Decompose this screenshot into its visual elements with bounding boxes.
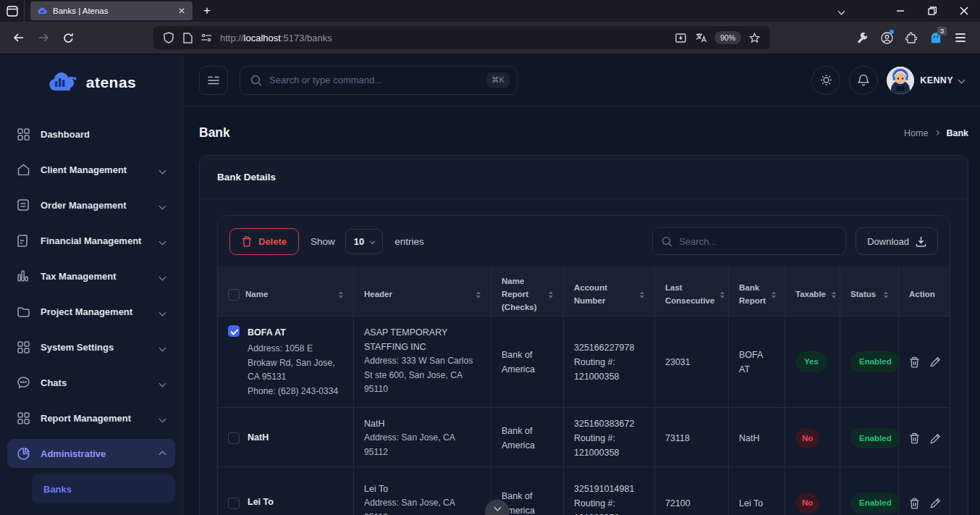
row-checkbox[interactable]	[228, 325, 240, 337]
table-search[interactable]	[652, 227, 846, 255]
chevron-down-icon	[160, 164, 165, 175]
pie-chart-icon	[17, 447, 31, 461]
chevron-down-icon	[160, 306, 165, 317]
sort-icon[interactable]	[832, 291, 836, 298]
column-header[interactable]: Header	[364, 288, 392, 301]
tab-list-chevron-icon[interactable]	[825, 0, 857, 22]
sidebar-item-tax-management[interactable]: Tax Management	[7, 261, 175, 290]
delete-row-icon[interactable]	[909, 432, 920, 444]
table-header-row: Name Header Name Report (Checks) Account…	[218, 267, 950, 316]
back-icon[interactable]	[7, 26, 30, 49]
page-size-select[interactable]: 10	[345, 229, 383, 254]
user-menu[interactable]: KENNY	[887, 67, 964, 94]
window-restore-button[interactable]	[916, 0, 948, 22]
column-header[interactable]: Last Consecutive	[665, 282, 714, 308]
row-checkbox[interactable]	[228, 432, 240, 444]
new-tab-button[interactable]: +	[197, 1, 217, 20]
permissions-icon[interactable]	[197, 33, 216, 42]
table-search-input[interactable]	[679, 236, 837, 247]
sidebar-item-chats[interactable]: Chats	[7, 368, 175, 397]
firefox-view-icon[interactable]	[0, 0, 25, 22]
download-button[interactable]: Download	[856, 227, 938, 255]
column-header[interactable]: Status	[850, 288, 876, 301]
edit-row-icon[interactable]	[930, 356, 941, 367]
url-text[interactable]: http://localhost:5173/banks	[220, 33, 671, 43]
select-all-checkbox[interactable]	[228, 289, 240, 301]
account-number: 325160383672	[574, 416, 634, 431]
menu-hamburger-icon[interactable]	[948, 26, 973, 49]
routing-number: 121000358	[574, 369, 634, 384]
page-info-icon[interactable]	[178, 33, 197, 43]
translate-icon[interactable]	[691, 33, 711, 43]
delete-button[interactable]: Delete	[229, 228, 299, 255]
name-report: Bank of America	[502, 348, 553, 377]
sidebar-item-system-settings[interactable]: System Settings	[7, 332, 175, 361]
edit-row-icon[interactable]	[930, 433, 941, 444]
chevron-down-icon	[370, 238, 375, 243]
sidebar-item-order-management[interactable]: Order Management	[7, 190, 175, 219]
header-address: Address: 333 W San Carlos St ste 600, Sa…	[364, 354, 481, 397]
routing-number: 121000358	[574, 445, 634, 460]
command-search-input[interactable]	[269, 75, 486, 85]
column-header[interactable]: Name Report (Checks)	[502, 275, 543, 314]
window-minimize-button[interactable]	[884, 0, 916, 22]
tab-close-icon[interactable]: ✕	[175, 4, 188, 17]
account-icon[interactable]	[874, 26, 899, 49]
breadcrumb-current: Bank	[946, 128, 968, 138]
sidebar-item-dashboard[interactable]: Dashboard	[7, 120, 175, 148]
column-header[interactable]: Bank Report	[739, 282, 766, 308]
save-to-device-icon[interactable]	[671, 33, 691, 43]
developer-wrench-icon[interactable]	[850, 26, 874, 49]
sort-icon[interactable]	[549, 291, 553, 298]
sidebar: atenas Dashboard Client Management Order…	[0, 54, 183, 515]
theme-toggle-sun-icon[interactable]	[811, 66, 840, 95]
delete-row-icon[interactable]	[909, 356, 920, 368]
sort-icon[interactable]	[640, 291, 644, 298]
url-bar[interactable]: http://localhost:5173/banks 90%	[153, 26, 770, 49]
sort-icon[interactable]	[772, 291, 776, 298]
browser-window: Banks | Atenas ✕ + http://localhost:5173…	[0, 0, 980, 515]
sidebar-item-administrative[interactable]: Administrative	[7, 439, 175, 468]
bar-chart-icon	[17, 269, 31, 283]
forward-icon[interactable]	[32, 26, 55, 49]
sidebar-collapse-icon[interactable]	[199, 66, 228, 95]
column-header[interactable]: Taxable	[795, 288, 826, 301]
tab-title: Banks | Atenas	[53, 7, 175, 15]
page-title: Bank	[199, 125, 230, 141]
sort-icon[interactable]	[476, 291, 481, 298]
extensions-puzzle-icon[interactable]	[899, 26, 924, 49]
command-search[interactable]: ⌘K	[240, 66, 518, 95]
notifications-bell-icon[interactable]	[849, 66, 878, 95]
sidebar-subitem-banks[interactable]: Banks	[32, 474, 175, 503]
sort-icon[interactable]	[720, 291, 725, 298]
sidebar-item-report-management[interactable]: Report Management	[7, 403, 175, 432]
sidebar-item-client-management[interactable]: Client Management	[7, 155, 175, 184]
account-number: 325166227978	[574, 340, 634, 355]
breadcrumb-home[interactable]: Home	[904, 128, 928, 138]
sidebar-item-project-management[interactable]: Project Management	[7, 297, 175, 326]
header-address: Address: San Jose, CA 95112	[364, 431, 481, 459]
bank-name: Lei To	[248, 495, 274, 509]
column-header[interactable]: Account Number	[574, 282, 634, 308]
status-badge: Enabled	[850, 493, 900, 513]
delete-row-icon[interactable]	[909, 498, 920, 509]
column-header[interactable]: Name	[245, 288, 268, 301]
chevron-down-icon	[160, 377, 165, 388]
chevron-down-icon	[494, 504, 501, 511]
row-checkbox[interactable]	[228, 498, 240, 509]
grid-icon	[17, 127, 31, 141]
ghostery-extension-icon[interactable]: 3	[924, 26, 948, 49]
sort-icon[interactable]	[884, 291, 888, 298]
page-size-value: 10	[354, 236, 364, 247]
bookmark-star-icon[interactable]	[744, 33, 764, 43]
sort-icon[interactable]	[339, 291, 343, 298]
zoom-level-badge[interactable]: 90%	[714, 31, 741, 44]
shield-icon[interactable]	[159, 32, 178, 43]
reload-icon[interactable]	[56, 26, 80, 49]
browser-tab[interactable]: Banks | Atenas ✕	[30, 1, 193, 20]
last-consecutive: 23031	[665, 355, 690, 369]
window-close-button[interactable]	[948, 0, 980, 22]
entries-label: entries	[394, 236, 424, 247]
edit-row-icon[interactable]	[930, 498, 941, 508]
sidebar-item-financial-management[interactable]: Financial Management	[7, 226, 175, 255]
